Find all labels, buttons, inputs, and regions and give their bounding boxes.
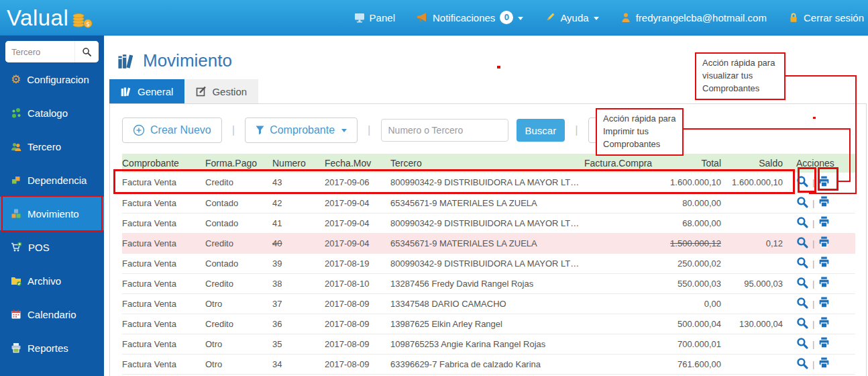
print-action-icon[interactable]	[818, 216, 830, 230]
table-row[interactable]: Factura VentaOtro352017-08-091098765253 …	[122, 334, 855, 354]
action-separator: |	[812, 218, 814, 228]
sidebar-item-archivo[interactable]: Archivo	[0, 264, 104, 297]
sidebar-movimiento-outline	[1, 195, 103, 232]
cell-saldo	[725, 354, 787, 374]
cell-total: 550.000,03	[665, 273, 725, 293]
create-new-button[interactable]: Crear Nuevo	[122, 117, 222, 143]
sidebar-search-input[interactable]	[5, 41, 74, 62]
cell-saldo	[725, 334, 787, 354]
print-action-icon[interactable]	[818, 196, 830, 209]
view-action-icon[interactable]	[796, 216, 808, 230]
view-action-icon[interactable]	[796, 337, 808, 351]
chevron-down-icon	[341, 129, 347, 132]
view-action-icon[interactable]	[796, 277, 808, 291]
cell-fecha-mov: 2017-09-04	[325, 213, 390, 233]
brand-name: Valual	[7, 7, 68, 29]
cell-fecha-mov: 2017-08-09	[325, 314, 390, 334]
cell-factura-compra	[584, 273, 665, 293]
svg-text:$: $	[86, 21, 90, 28]
cell-saldo: 95.000,03	[725, 273, 787, 293]
cell-forma-pago: Credito	[205, 314, 272, 334]
cell-numero: 34	[272, 354, 325, 374]
cell-fecha-mov: 2017-08-09	[325, 354, 390, 374]
view-action-icon[interactable]	[796, 256, 808, 271]
cell-forma-pago: Credito	[205, 273, 272, 293]
cell-fecha-mov: 2017-08-09	[325, 293, 390, 314]
buscar-button[interactable]: Buscar	[517, 119, 565, 142]
cell-numero: 39	[272, 253, 325, 273]
sidebar-item-reportes[interactable]: Reportes	[0, 331, 104, 365]
print-action-icon[interactable]	[818, 317, 830, 330]
table-row[interactable]: Factura VentaContado392017-08-1980099034…	[122, 253, 855, 273]
cell-numero: 42	[272, 193, 325, 213]
view-action-icon[interactable]	[796, 357, 808, 371]
sidebar-item-dependencia[interactable]: Dependencia	[0, 163, 104, 197]
view-action-icon[interactable]	[796, 317, 808, 331]
cell-comprobante: Factura Venta	[122, 253, 205, 273]
user-email: fredyrangelcba@hotmail.com	[636, 12, 767, 23]
sidebar-search-button[interactable]	[74, 41, 99, 62]
cell-factura-compra	[584, 233, 665, 253]
print-action-icon[interactable]	[818, 357, 830, 371]
view-action-icon[interactable]	[796, 196, 808, 210]
nav-item-cerrar-sesion[interactable]: Cerrar sesión	[788, 12, 864, 23]
cell-forma-pago: Contado	[205, 213, 272, 233]
cell-forma-pago: Otro	[205, 293, 272, 314]
cell-forma-pago: Credito	[205, 233, 272, 253]
print-action-icon[interactable]	[818, 337, 830, 350]
print-action-icon[interactable]	[818, 297, 830, 310]
notifications-badge: 0	[500, 11, 513, 24]
table-row[interactable]: Factura VentaOtro372017-08-0913347548 DA…	[122, 293, 855, 314]
cell-comprobante: Factura Venta	[122, 334, 205, 354]
sidebar-item-catalogo[interactable]: Catalogo	[0, 96, 104, 130]
cell-numero: 36	[272, 314, 325, 334]
user-icon	[620, 12, 631, 23]
search-icon	[82, 47, 92, 57]
table-row[interactable]: Factura VentaContado412017-09-0480099034…	[122, 213, 855, 233]
gear-icon: ⚙	[11, 74, 21, 85]
content-panel: Crear Nuevo | Comprobante | Buscar |	[109, 103, 867, 376]
print-action-icon[interactable]	[818, 236, 830, 250]
cell-total: 761.600,00	[665, 354, 725, 374]
cell-saldo	[725, 293, 787, 314]
numero-tercero-input[interactable]	[381, 119, 508, 142]
table-row[interactable]: Factura VentaOtro342017-08-0963396629-7 …	[122, 354, 855, 374]
sidebar-item-pos[interactable]: POS	[0, 230, 104, 264]
brand-logo[interactable]: Valual $	[7, 7, 94, 29]
nav-item-ayuda[interactable]: Ayuda	[545, 12, 598, 23]
cell-total: 700.000,01	[665, 334, 725, 354]
cell-tercero: 1098765253 Angie Karina Rangel Rojas	[390, 334, 584, 354]
sidebar-item-calendario[interactable]: Calendario	[0, 297, 104, 331]
highlighted-row-outline	[113, 169, 795, 194]
print-action-icon[interactable]	[818, 256, 830, 270]
table-row[interactable]: Factura VentaCredito362017-08-0913987625…	[122, 314, 855, 334]
view-action-icon[interactable]	[796, 297, 808, 311]
comprobante-filter-dropdown[interactable]: Comprobante	[245, 117, 358, 143]
annotation-connector-line	[684, 128, 851, 130]
nav-item-panel[interactable]: Panel	[354, 12, 395, 23]
cell-factura-compra	[584, 253, 665, 273]
sidebar-item-tercero[interactable]: Tercero	[0, 130, 104, 163]
nav-item-user[interactable]: fredyrangelcba@hotmail.com	[620, 12, 767, 23]
print-action-icon[interactable]	[818, 277, 830, 290]
nav-item-notificaciones[interactable]: Notificaciones 0	[417, 11, 523, 24]
sidebar-item-configuracion[interactable]: ⚙Configuracion	[0, 62, 104, 96]
users-icon	[11, 142, 21, 152]
table-row[interactable]: Factura VentaContado422017-09-0465345671…	[122, 193, 855, 213]
table-row[interactable]: Factura VentaCredito402017-09-0465345671…	[122, 233, 855, 253]
cell-factura-compra	[584, 354, 665, 374]
cell-comprobante: Factura Venta	[122, 273, 205, 293]
tab-general[interactable]: General	[109, 79, 184, 103]
sidebar-item-label: Calendario	[28, 309, 76, 320]
cell-forma-pago: Contado	[205, 193, 272, 213]
tab-gestion[interactable]: Gestion	[184, 79, 258, 103]
view-action-icon[interactable]	[796, 236, 808, 250]
table-row[interactable]: Factura VentaCredito382017-08-1013287456…	[122, 273, 855, 293]
cell-factura-compra	[584, 314, 665, 334]
cell-total: 80.000,00	[665, 193, 725, 213]
sidebar-item-label: Reportes	[28, 342, 68, 354]
cell-factura-compra	[584, 293, 665, 314]
cell-factura-compra	[584, 213, 665, 233]
chevron-down-icon	[594, 17, 599, 20]
toolbar: Crear Nuevo | Comprobante | Buscar |	[110, 104, 866, 143]
